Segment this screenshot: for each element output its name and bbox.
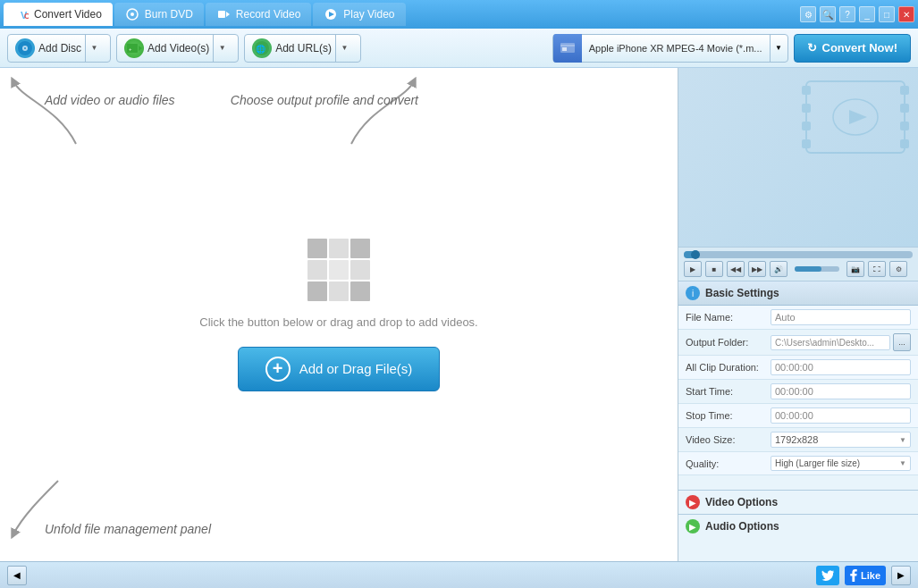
settings-row-filename: File Name: Auto (678, 306, 918, 330)
add-disc-dropdown[interactable]: ▼ (85, 34, 103, 63)
main-area: Add video or audio files Choose output p… (0, 68, 918, 561)
convert-refresh-icon: ↻ (807, 41, 817, 55)
video-options-label: Video Options (705, 496, 778, 508)
audio-options-section[interactable]: ▶ Audio Options (678, 514, 918, 538)
volume-btn[interactable]: 🔊 (770, 261, 787, 277)
close-btn[interactable]: ✕ (898, 6, 914, 22)
quality-select[interactable]: High (Larger file size) ▼ (771, 456, 911, 471)
video-options-section[interactable]: ▶ Video Options (678, 490, 918, 514)
svg-rect-22 (802, 104, 811, 113)
add-video-dropdown[interactable]: ▼ (213, 34, 231, 63)
left-panel: Add video or audio files Choose output p… (0, 68, 678, 561)
panel-toggle-left[interactable]: ◀ (7, 566, 27, 585)
fullscreen-btn[interactable]: ⛶ (868, 261, 886, 277)
video-controls: ▶ ■ ◀◀ ▶▶ 🔊 📷 ⛶ ⚙ (678, 247, 918, 281)
hint-choose-profile: Choose output profile and convert (231, 93, 418, 107)
tab-record[interactable]: Record Video (206, 3, 312, 26)
video-options-icon: ▶ (686, 495, 700, 509)
volume-fill (795, 266, 821, 272)
screenshot-btn[interactable]: 📷 (846, 261, 864, 277)
profile-text: Apple iPhone XR MPEG-4 Movie (*.m... (582, 43, 770, 54)
starttime-value[interactable]: 00:00:00 (771, 383, 911, 399)
settings-row-duration: All Clip Duration: 00:00:00 (678, 356, 918, 380)
stoptime-label: Stop Time: (686, 410, 771, 421)
add-url-button[interactable]: 🌐 Add URL(s) ▼ (244, 34, 361, 63)
quality-value: High (Larger file size) (775, 458, 860, 468)
svg-point-11 (24, 47, 26, 49)
settings-section: i Basic Settings File Name: Auto Output … (678, 281, 918, 561)
videosize-label: Video Size: (686, 434, 771, 445)
tab-play[interactable]: Play Video (313, 3, 405, 26)
settings-icon[interactable]: ⚙ (800, 6, 816, 22)
search-icon[interactable]: 🔍 (820, 6, 836, 22)
convert-now-label: Convert Now! (822, 41, 898, 55)
audio-options-label: Audio Options (705, 520, 779, 533)
stop-btn[interactable]: ■ (705, 261, 723, 277)
twitter-button[interactable] (816, 566, 839, 585)
add-disc-label: Add Disc (38, 42, 81, 55)
stoptime-value[interactable]: 00:00:00 (771, 407, 911, 424)
maximize-btn[interactable]: □ (879, 6, 895, 22)
filename-value[interactable]: Auto (771, 309, 911, 325)
videosize-value: 1792x828 (775, 434, 818, 445)
burn-tab-icon (125, 7, 139, 21)
duration-label: All Clip Duration: (686, 362, 771, 373)
tab-play-label: Play Video (343, 8, 394, 21)
help-icon[interactable]: ? (839, 6, 855, 22)
settings-header-icon: i (686, 286, 700, 300)
record-tab-icon (216, 7, 231, 21)
film-decoration (797, 72, 914, 189)
next-btn[interactable]: ▶▶ (748, 261, 766, 277)
add-url-label: Add URL(s) (275, 42, 332, 55)
drop-hint-text: Click the button below or drag and drop … (199, 315, 477, 329)
svg-marker-30 (849, 110, 867, 124)
panel-toggle-right[interactable]: ▶ (891, 566, 911, 585)
add-file-label: Add or Drag File(s) (299, 361, 413, 376)
quality-arrow: ▼ (899, 459, 906, 467)
tab-burn-label: Burn DVD (145, 8, 193, 21)
settings-row-starttime: Start Time: 00:00:00 (678, 380, 918, 404)
settings-header-label: Basic Settings (705, 287, 779, 299)
tab-convert[interactable]: A V C Convert Video (4, 3, 113, 26)
preview-area (678, 68, 918, 247)
play-tab-icon (324, 7, 338, 21)
minimize-btn[interactable]: _ (859, 6, 875, 22)
profile-icon (553, 34, 582, 63)
disc-icon (15, 38, 35, 58)
svg-rect-25 (900, 86, 909, 95)
videosize-select[interactable]: 1792x828 ▼ (771, 432, 911, 448)
svg-text:+: + (129, 46, 132, 52)
convert-tab-icon: A V C (14, 7, 29, 21)
quality-label: Quality: (686, 458, 771, 469)
svg-rect-26 (900, 104, 909, 113)
play-btn[interactable]: ▶ (684, 261, 702, 277)
svg-rect-28 (900, 139, 909, 148)
profile-dropdown-btn[interactable]: ▼ (770, 34, 787, 63)
window-controls: ⚙ 🔍 ? _ □ ✕ (800, 6, 914, 22)
convert-now-button[interactable]: ↻ Convert Now! (794, 34, 912, 63)
facebook-button[interactable]: Like (845, 566, 886, 585)
settings-btn[interactable]: ⚙ (889, 261, 907, 277)
add-video-button[interactable]: + Add Video(s) ▼ (116, 34, 239, 63)
settings-row-videosize: Video Size: 1792x828 ▼ (678, 428, 918, 452)
status-bar: ◀ Like ▶ (0, 561, 918, 588)
output-value[interactable]: C:\Users\admin\Deskto... (771, 335, 890, 350)
progress-bar[interactable] (684, 251, 913, 258)
profile-selector[interactable]: Apple iPhone XR MPEG-4 Movie (*.m... ▼ (552, 34, 788, 63)
add-file-button[interactable]: + Add or Drag File(s) (238, 347, 441, 391)
duration-value[interactable]: 00:00:00 (771, 359, 911, 375)
arrow-top-right (333, 72, 423, 162)
control-buttons: ▶ ■ ◀◀ ▶▶ 🔊 📷 ⛶ ⚙ (684, 261, 913, 277)
output-label: Output Folder: (686, 337, 771, 348)
add-url-dropdown[interactable]: ▼ (335, 34, 353, 63)
browse-button[interactable]: ... (893, 333, 911, 351)
volume-slider[interactable] (795, 266, 839, 272)
toolbar: Add Disc ▼ + Add Video(s) ▼ 🌐 Add URL(s)… (0, 29, 918, 68)
title-bar: A V C Convert Video Burn DVD Record Vide… (0, 0, 918, 29)
settings-row-stoptime: Stop Time: 00:00:00 (678, 404, 918, 428)
svg-rect-24 (802, 139, 811, 148)
tab-burn[interactable]: Burn DVD (114, 3, 204, 26)
add-disc-button[interactable]: Add Disc ▼ (7, 34, 111, 63)
add-plus-icon: + (265, 357, 291, 382)
prev-btn[interactable]: ◀◀ (727, 261, 745, 277)
